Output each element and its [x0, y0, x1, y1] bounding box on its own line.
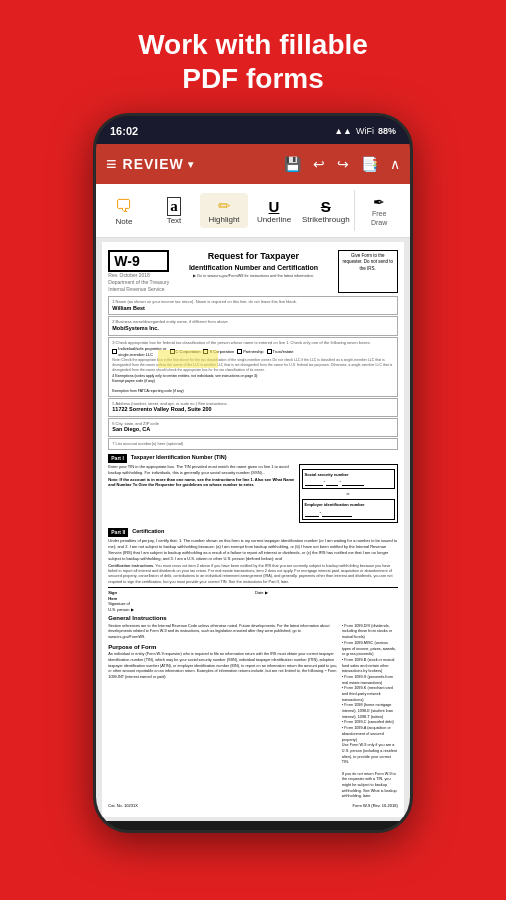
wifi-icon: WiFi: [356, 126, 374, 136]
sign-label: SignHere: [108, 590, 251, 601]
checkbox-trust[interactable]: Trust/estate: [267, 346, 294, 357]
toolbar-dropdown-icon[interactable]: ▼: [186, 159, 197, 170]
form-field-address[interactable]: 5 Address (number, street, and apt. or s…: [108, 398, 397, 417]
general-col-right: • Form 1099-DIV (dividends, including th…: [342, 624, 398, 800]
free-draw-label: FreeDraw: [371, 210, 387, 227]
w9-irs-link: ▶ Go to www.irs.gov/FormW9 for instructi…: [173, 274, 334, 279]
highlight-overlay: [158, 350, 218, 368]
part1-title: Taxpayer Identification Number (TIN): [131, 454, 227, 462]
cb-individual: [112, 349, 117, 354]
redo-icon[interactable]: ↪: [337, 156, 349, 172]
purpose-body: An individual or entity (Form W-9 reques…: [108, 652, 338, 680]
cb-trust: [267, 349, 272, 354]
sign-date[interactable]: Date ▶: [255, 590, 398, 612]
strikethrough-icon: S: [321, 198, 331, 215]
ssn-seg1: [305, 478, 323, 486]
or-text: or: [302, 492, 395, 497]
free-draw-icon: ✒: [373, 194, 385, 210]
right-col-forms: • Form 1099-DIV (dividends, including th…: [342, 624, 398, 800]
form-field-business-name[interactable]: 2 Business name/disregarded entity name,…: [108, 316, 397, 335]
pdf-page: W-9 Rev. October 2018 Department of the …: [102, 242, 403, 817]
note-label: Note: [116, 217, 133, 226]
w9-header: W-9 Rev. October 2018 Department of the …: [108, 250, 397, 293]
part1-body-text: Enter your TIN in the appropriate box. T…: [108, 464, 294, 523]
toolbar-title-text: REVIEW: [123, 156, 184, 172]
ssn-seg3: [342, 478, 364, 486]
cb-partner: [237, 349, 242, 354]
part1-note: Note: If the account is in more than one…: [108, 477, 294, 488]
form-address-value: 11722 Sorrento Valley Road, Suite 200: [112, 406, 393, 414]
general-body: Section references are to the Internal R…: [108, 624, 338, 641]
sign-date-label: Date ▶: [255, 590, 398, 596]
ssn-label: Social security number: [305, 472, 392, 478]
annotation-free-draw[interactable]: ✒ FreeDraw: [354, 190, 402, 231]
hamburger-menu-icon[interactable]: ≡: [106, 154, 117, 175]
sign-signature[interactable]: SignHere Signature ofU.S. person ▶: [108, 590, 251, 612]
pdf-content-area[interactable]: W-9 Rev. October 2018 Department of the …: [96, 238, 410, 821]
part1-header: Part I Taxpayer Identification Number (T…: [108, 452, 397, 464]
highlight-icon: ✏: [218, 197, 231, 215]
sign-row: SignHere Signature ofU.S. person ▶ Date …: [108, 587, 397, 612]
w9-form-id-block: W-9 Rev. October 2018 Department of the …: [108, 250, 169, 293]
form-field-name-value: William Best: [112, 305, 393, 313]
part1-content: Enter your TIN in the appropriate box. T…: [108, 464, 397, 523]
form-footer: Form W-9 (Rev. 10-2018): [353, 803, 398, 809]
form-field-tax-label: 3 Check appropriate box for federal tax …: [112, 340, 393, 346]
w9-give-form-text: Give Form to the requester. Do not send …: [338, 250, 398, 293]
part1-ssn-block: Social security number - - or Emplo: [299, 464, 398, 523]
undo-icon[interactable]: ↩: [313, 156, 325, 172]
battery-indicator: 88%: [378, 126, 396, 136]
general-instructions-title: General Instructions: [108, 614, 397, 622]
part1-badge: Part I: [108, 454, 127, 463]
form-field-account[interactable]: 7 List account number(s) here (optional): [108, 438, 397, 450]
header-line1: Work with fillable: [138, 29, 368, 60]
form-city-value: San Diego, CA: [112, 426, 393, 434]
general-instructions-content: Section references are to the Internal R…: [108, 624, 397, 800]
exemption-text: 4 Exemptions (codes apply only to certai…: [112, 374, 393, 394]
part2-header: Part II Certification: [108, 526, 397, 538]
pdf-footer: Cat. No. 10231X Form W-9 (Rev. 10-2018): [108, 803, 397, 809]
strikethrough-label: Strikethrough: [302, 215, 350, 224]
w9-form-id: W-9: [108, 250, 169, 272]
signal-icon: ▲▲: [334, 126, 352, 136]
ein-seg2: [322, 509, 352, 517]
w9-form-subtitle: Identification Number and Certification: [173, 263, 334, 273]
collapse-icon[interactable]: ∧: [390, 156, 400, 172]
form-field-city[interactable]: 6 City, state, and ZIP code San Diego, C…: [108, 418, 397, 437]
ssn-dashes: - -: [305, 478, 392, 486]
form-field-name[interactable]: 1 Name (as shown on your income tax retu…: [108, 296, 397, 315]
phone-bottom-bar: [96, 821, 410, 833]
home-indicator[interactable]: [223, 831, 283, 833]
w9-form-date: Rev. October 2018: [108, 272, 169, 279]
annotation-toolbar: 🗨 Note a Text ✏ Highlight U Underline S …: [96, 184, 410, 238]
annotation-highlight[interactable]: ✏ Highlight: [200, 193, 248, 228]
annotation-note[interactable]: 🗨 Note: [100, 192, 148, 230]
w9-form-dept: Department of the TreasuryInternal Reven…: [108, 279, 169, 293]
ssn-seg2: [326, 478, 338, 486]
annotation-text[interactable]: a Text: [150, 193, 198, 229]
clock: 16:02: [110, 125, 138, 137]
toolbar-title: REVIEW ▼: [123, 156, 197, 172]
w9-title-block: Request for Taxpayer Identification Numb…: [173, 250, 334, 293]
phone-mockup: 16:02 ▲▲ WiFi 88% ≡ REVIEW ▼ 💾 ↩ ↪ 📑 ∧: [93, 113, 413, 833]
exemption-row: 4 Exemptions (codes apply only to certai…: [112, 374, 393, 394]
save-icon[interactable]: 💾: [284, 156, 301, 172]
underline-icon: U: [269, 198, 280, 215]
bookmark-icon[interactable]: 📑: [361, 156, 378, 172]
toolbar-actions: 💾 ↩ ↪ 📑 ∧: [284, 156, 400, 172]
status-icons: ▲▲ WiFi 88%: [334, 126, 396, 136]
annotation-underline[interactable]: U Underline: [250, 194, 298, 228]
checkbox-partnership[interactable]: Partnership: [237, 346, 263, 357]
certification-instructions: Certification instructions. You must cro…: [108, 564, 397, 585]
annotation-strikethrough[interactable]: S Strikethrough: [300, 194, 352, 228]
catalog-number: Cat. No. 10231X: [108, 803, 138, 809]
note-icon: 🗨: [115, 196, 133, 217]
header-line2: PDF forms: [182, 63, 324, 94]
sign-sig-label: Signature ofU.S. person ▶: [108, 601, 251, 612]
form-field-checkboxes: Individual/sole proprietor orsingle-memb…: [112, 346, 393, 357]
text-icon: a: [167, 197, 181, 216]
ein-box: Employer identification number -: [302, 499, 395, 520]
app-toolbar: ≡ REVIEW ▼ 💾 ↩ ↪ 📑 ∧: [96, 144, 410, 184]
header-title: Work with fillable PDF forms: [108, 28, 398, 95]
general-col-left: Section references are to the Internal R…: [108, 624, 338, 800]
